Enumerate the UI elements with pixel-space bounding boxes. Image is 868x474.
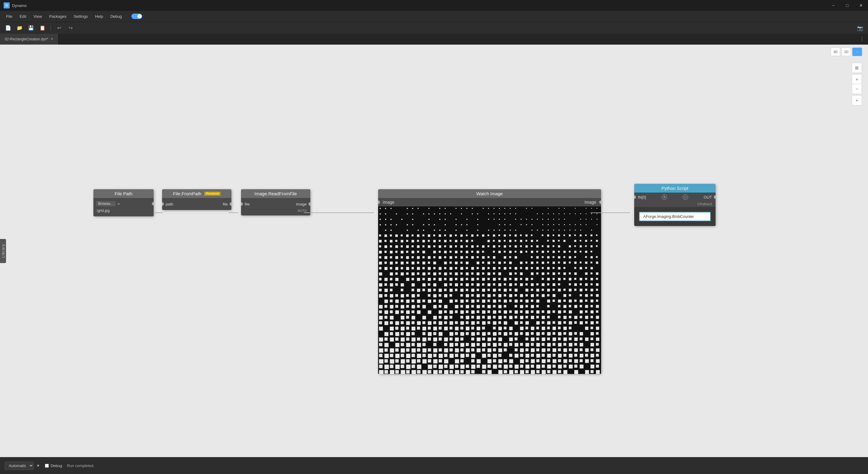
path-label: path [166, 202, 173, 206]
python-in-label: IN[0] [638, 195, 646, 200]
snap-button[interactable]: + [852, 95, 862, 105]
zoom-in-button[interactable]: + [852, 75, 862, 84]
redo-button[interactable]: ↪ [66, 24, 75, 32]
watch-image-title: Watch Image [476, 191, 503, 196]
status-text: Run completed. [67, 464, 94, 468]
tab-rectangle-creation[interactable]: 02-RectangleCreation.dyn* ✕ [0, 34, 58, 45]
library-sidebar-toggle[interactable]: Library [0, 239, 6, 263]
2d-view-button[interactable]: 2D [841, 48, 851, 56]
tabbar: 02-RectangleCreation.dyn* ✕ ⋮ [0, 34, 868, 45]
camera-button[interactable]: 📷 [856, 24, 864, 32]
toolbar: 📄 📁 💾 📋 ↩ ↪ 📷 [0, 22, 868, 34]
file-from-path-title: File.FromPath [173, 191, 201, 196]
menu-edit[interactable]: Edit [16, 13, 30, 20]
python-script-node: Python Script IN[0] + − OUT CPython3 AFo… [634, 184, 716, 226]
browse-button[interactable]: Browse... [96, 201, 116, 206]
python-remove-port-button[interactable]: − [683, 195, 688, 200]
python-out-port [714, 195, 716, 199]
file-from-path-header: File.FromPath Renamed [162, 189, 231, 198]
debug-checkbox[interactable] [45, 464, 49, 468]
cpython-label: CPython3 [634, 202, 716, 207]
app-icon: D [4, 2, 10, 8]
minimize-button[interactable]: − [827, 0, 840, 11]
file-path-title: File Path [115, 191, 132, 196]
toggle-track [131, 13, 142, 19]
close-button[interactable]: ✕ [854, 0, 868, 11]
tab-label: 02-RectangleCreation.dyn* [5, 37, 48, 41]
file-in-row: file image [241, 200, 310, 208]
titlebar: D Dynamo − □ ✕ [0, 0, 868, 11]
library-label: Library [1, 244, 5, 258]
watch-image-header: Watch Image [378, 189, 601, 198]
save-button[interactable]: 💾 [27, 24, 36, 32]
browse-row: Browse... > [93, 200, 154, 208]
python-add-port-button[interactable]: + [662, 195, 667, 200]
python-out-label: OUT [704, 195, 712, 200]
menu-packages[interactable]: Packages [45, 13, 70, 20]
image-read-title: Image.ReadFromFile [255, 191, 297, 196]
watch-image-node: Watch Image image Image [378, 189, 601, 374]
fit-view-button[interactable]: ⊞ [852, 63, 862, 72]
save-as-button[interactable]: 📋 [38, 24, 47, 32]
filepath-out-port [152, 202, 154, 206]
maximize-button[interactable]: □ [840, 0, 854, 11]
zoom-group: + − [852, 74, 862, 94]
watch-image-ports: image Image [378, 198, 601, 206]
aforge-label: AForge.Imaging.BlobCounter [643, 214, 694, 219]
run-mode-select[interactable]: Automatic [5, 462, 34, 470]
debug-check: Debug [45, 464, 62, 468]
run-toggle[interactable] [131, 13, 142, 19]
open-button[interactable]: 📁 [15, 24, 24, 32]
menu-debug[interactable]: Debug [107, 13, 125, 20]
app-title: Dynamo [12, 3, 27, 8]
node-view-button[interactable]: ◦◦ [852, 48, 862, 56]
canvas-area[interactable]: Library 3D 2D ◦◦ ⊞ + − + File Path Brows… [0, 45, 868, 457]
file-from-path-node: File.FromPath Renamed path file [162, 189, 231, 210]
snap-group: + [852, 95, 862, 106]
menu-settings[interactable]: Settings [70, 13, 91, 20]
file-path-header: File Path [93, 189, 154, 198]
undo-button[interactable]: ↩ [55, 24, 64, 32]
browse-arrow: > [118, 202, 120, 206]
fit-view-group: ⊞ [852, 63, 862, 73]
menu-file[interactable]: File [2, 13, 16, 20]
file-in-label: file [245, 202, 250, 206]
renamed-badge: Renamed [204, 191, 220, 196]
statusbar: Automatic ▼ Debug Run completed. [0, 457, 868, 474]
view-controls: 3D 2D ◦◦ [831, 48, 862, 56]
window-controls: − □ ✕ [827, 0, 868, 11]
image-out-port [309, 202, 310, 206]
file-out-port [229, 202, 231, 206]
run-mode: Automatic ▼ [5, 462, 40, 470]
image-read-body: file image AUTO [241, 198, 310, 215]
menu-help[interactable]: Help [91, 13, 107, 20]
toolbar-separator [51, 25, 51, 31]
image-read-from-file-node: Image.ReadFromFile file image AUTO [241, 189, 310, 215]
watch-image-in-label: image [383, 200, 394, 205]
python-ports: IN[0] + − OUT [634, 192, 716, 202]
tab-menu-button[interactable]: ⋮ [860, 36, 864, 42]
watch-in-port [378, 200, 380, 204]
python-body: AForge.Imaging.BlobCounter [634, 207, 716, 226]
watch-out-port [599, 200, 601, 204]
debug-label: Debug [51, 464, 62, 468]
tab-close-button[interactable]: ✕ [51, 37, 53, 41]
file-from-path-body: path file [162, 198, 231, 210]
new-button[interactable]: 📄 [4, 24, 13, 32]
image-out-label: image [296, 202, 307, 206]
python-script-title: Python Script [661, 186, 688, 191]
3d-view-button[interactable]: 3D [831, 48, 840, 56]
zoom-out-button[interactable]: − [852, 84, 862, 94]
file-path-node: File Path Browse... > .\grid.jpg [93, 189, 154, 216]
file-path-value: .\grid.jpg [93, 208, 154, 214]
menu-view[interactable]: View [30, 13, 45, 20]
aforge-box[interactable]: AForge.Imaging.BlobCounter [639, 212, 711, 221]
python-script-header: Python Script [634, 184, 716, 192]
auto-label: AUTO [241, 208, 310, 214]
file-path-body: Browse... > .\grid.jpg [93, 198, 154, 216]
file-in-port [241, 202, 243, 206]
menubar: File Edit View Packages Settings Help De… [0, 11, 868, 22]
file-out-label: file [223, 202, 228, 206]
watch-image-out-label: Image [585, 200, 596, 205]
path-in-port [162, 202, 164, 206]
